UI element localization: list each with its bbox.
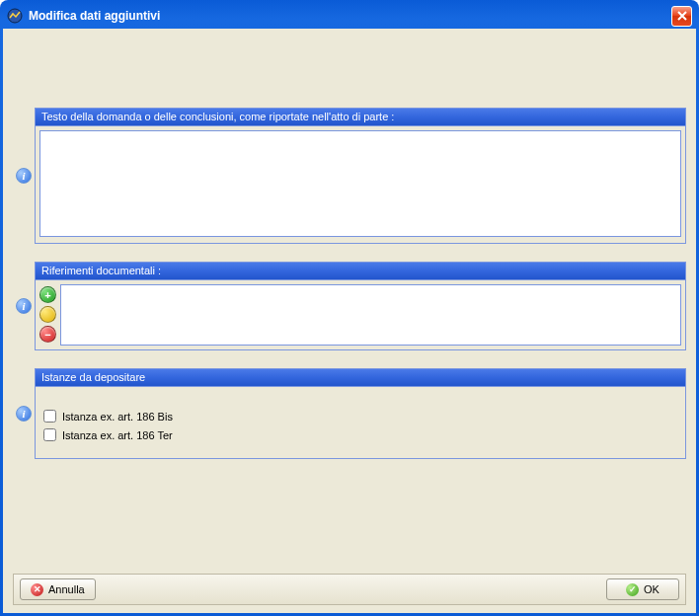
section-riferimenti-header: Riferimenti documentali : (36, 263, 685, 280)
istanza-186bis-checkbox[interactable] (43, 410, 56, 423)
istanza-186bis-label: Istanza ex. art. 186 Bis (62, 411, 173, 423)
row-riferimenti: i Riferimenti documentali : + − (13, 262, 686, 350)
istanza-186ter-checkbox[interactable] (43, 428, 56, 441)
doc-button-col: + − (39, 284, 56, 346)
section-istanze: Istanze da depositare Istanza ex. art. 1… (35, 368, 686, 459)
doc-list[interactable] (60, 284, 681, 346)
info-icon[interactable]: i (16, 298, 32, 314)
client-area: i Testo della domanda o delle conclusion… (3, 29, 696, 613)
section-istanze-header: Istanze da depositare (36, 369, 685, 387)
info-icon[interactable]: i (16, 168, 32, 184)
istanza-checkbox-row[interactable]: Istanza ex. art. 186 Ter (43, 425, 677, 444)
close-button[interactable] (671, 6, 692, 27)
cancel-icon: ✕ (31, 583, 43, 596)
ok-button-label: OK (644, 583, 660, 595)
istanza-186ter-label: Istanza ex. art. 186 Ter (62, 429, 173, 441)
info-icon[interactable]: i (16, 406, 32, 422)
button-bar: ✕ Annulla ✓ OK (13, 574, 686, 605)
window-title: Modifica dati aggiuntivi (29, 9, 671, 23)
titlebar: Modifica dati aggiuntivi (3, 3, 696, 29)
testo-textarea[interactable] (39, 130, 681, 237)
add-doc-button[interactable]: + (39, 286, 56, 303)
row-istanze: i Istanze da depositare Istanza ex. art.… (13, 368, 686, 459)
ok-icon: ✓ (626, 583, 639, 596)
window-frame: Modifica dati aggiuntivi i Testo della d… (0, 0, 699, 616)
edit-doc-button[interactable] (39, 306, 56, 323)
section-testo-header: Testo della domanda o delle conclusioni,… (36, 109, 685, 126)
app-icon (7, 8, 23, 24)
row-testo: i Testo della domanda o delle conclusion… (13, 108, 686, 244)
remove-doc-button[interactable]: − (39, 326, 56, 343)
cancel-button[interactable]: ✕ Annulla (20, 578, 96, 600)
ok-button[interactable]: ✓ OK (606, 578, 679, 600)
istanza-checkbox-row[interactable]: Istanza ex. art. 186 Bis (43, 407, 677, 425)
section-testo: Testo della domanda o delle conclusioni,… (35, 108, 686, 244)
cancel-button-label: Annulla (48, 583, 85, 595)
section-riferimenti: Riferimenti documentali : + − (35, 262, 686, 350)
